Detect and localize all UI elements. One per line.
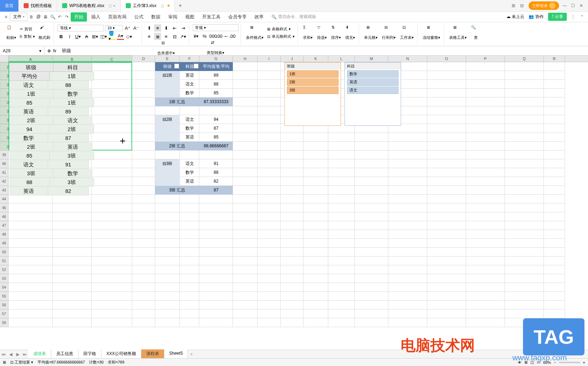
cell[interactable] — [180, 195, 199, 203]
cell[interactable] — [427, 89, 466, 98]
cell[interactable] — [132, 318, 155, 327]
cell[interactable] — [427, 239, 466, 248]
cell[interactable] — [388, 203, 427, 212]
cell[interactable] — [388, 150, 427, 159]
cell[interactable] — [427, 62, 466, 71]
cell[interactable] — [180, 203, 199, 212]
pivot-cell[interactable]: 88 — [199, 80, 233, 89]
cell[interactable] — [8, 248, 53, 256]
cell[interactable] — [304, 186, 328, 195]
col-header[interactable]: G — [199, 55, 233, 62]
cell[interactable] — [132, 106, 155, 115]
cell[interactable] — [544, 98, 565, 106]
cell[interactable] — [427, 292, 466, 301]
cell[interactable] — [466, 115, 505, 124]
cell[interactable] — [505, 133, 544, 142]
pivot-cell[interactable]: 85 — [199, 133, 233, 142]
cell[interactable] — [544, 80, 565, 89]
cell[interactable] — [466, 292, 505, 301]
col-header[interactable]: N — [388, 55, 427, 62]
cell[interactable] — [92, 203, 132, 212]
cell[interactable] — [233, 98, 258, 106]
cell[interactable] — [328, 256, 355, 265]
cell[interactable] — [180, 248, 199, 256]
cell[interactable] — [427, 168, 466, 177]
cell[interactable] — [328, 318, 355, 327]
clear-format-icon[interactable]: ◇▾ — [125, 33, 133, 40]
cell[interactable] — [199, 309, 233, 318]
sheet-nav-prev-icon[interactable]: ◀ — [7, 352, 14, 357]
cell[interactable] — [388, 186, 427, 195]
cell[interactable] — [233, 265, 258, 274]
strike-icon[interactable]: A — [83, 33, 90, 40]
pivot-cell[interactable]: 88.66666667 — [199, 142, 233, 150]
cell[interactable] — [233, 309, 258, 318]
cell[interactable] — [233, 256, 258, 265]
menu-efficiency[interactable]: 效率 — [251, 12, 267, 22]
cell[interactable] — [199, 292, 233, 301]
pivot-cell[interactable] — [155, 80, 180, 89]
cell[interactable] — [304, 159, 328, 168]
cell[interactable] — [180, 212, 199, 221]
cell[interactable] — [328, 283, 355, 292]
cell[interactable] — [304, 248, 328, 256]
cell[interactable] — [180, 256, 199, 265]
cell[interactable] — [505, 186, 544, 195]
align-bottom-icon[interactable]: ⬇ — [163, 24, 170, 31]
cell[interactable] — [427, 265, 466, 274]
row-header[interactable]: 55 — [0, 292, 8, 301]
cell[interactable] — [355, 256, 388, 265]
copy-button[interactable]: ⎘ 复制▾ — [19, 34, 36, 40]
col-header[interactable]: J — [281, 55, 304, 62]
pivot-cell[interactable]: 语文 — [180, 115, 199, 124]
cell[interactable] — [92, 309, 132, 318]
tab-template[interactable]: 找稻壳模板 — [19, 0, 57, 12]
cell[interactable] — [132, 186, 155, 195]
cell[interactable] — [505, 80, 544, 89]
cell[interactable] — [505, 221, 544, 230]
row-header[interactable]: 48 — [0, 230, 8, 239]
cell[interactable] — [132, 168, 155, 177]
cell[interactable] — [544, 239, 565, 248]
cell[interactable] — [281, 168, 304, 177]
cell[interactable] — [233, 115, 258, 124]
find-button[interactable]: 🔍查 — [470, 24, 482, 41]
cell[interactable] — [92, 195, 132, 203]
cell[interactable] — [304, 142, 328, 150]
cell[interactable] — [132, 62, 155, 71]
cell[interactable] — [180, 239, 199, 248]
cell[interactable] — [132, 230, 155, 239]
cell[interactable] — [505, 309, 544, 318]
cell[interactable] — [281, 150, 304, 159]
cell[interactable] — [92, 248, 132, 256]
cell[interactable] — [304, 168, 328, 177]
cell[interactable] — [233, 230, 258, 239]
cell[interactable] — [258, 195, 281, 203]
cell[interactable] — [258, 89, 281, 98]
cell[interactable] — [132, 159, 155, 168]
cell[interactable] — [199, 274, 233, 283]
tab-home[interactable]: 首页 — [0, 0, 19, 12]
cell[interactable] — [92, 159, 132, 168]
cell[interactable] — [355, 283, 388, 292]
cell[interactable] — [466, 239, 505, 248]
cell[interactable] — [427, 256, 466, 265]
cell[interactable] — [233, 318, 258, 327]
spreadsheet-grid[interactable]: ABCDEFGHIJKLMNOPQR 293031323334353637383… — [0, 55, 588, 363]
slicer-class[interactable]: 班级 1班2班3班 — [284, 62, 341, 126]
cell[interactable] — [8, 239, 53, 248]
cell[interactable] — [466, 248, 505, 256]
cell[interactable] — [328, 177, 355, 186]
cell[interactable] — [466, 230, 505, 239]
cell[interactable] — [92, 274, 132, 283]
cell[interactable] — [199, 106, 233, 115]
cell[interactable] — [8, 265, 53, 274]
cell[interactable] — [281, 221, 304, 230]
cell[interactable] — [466, 98, 505, 106]
cell[interactable] — [281, 142, 304, 150]
underline-icon[interactable]: U▾ — [75, 33, 82, 40]
cell[interactable] — [505, 89, 544, 98]
table-style-button[interactable]: ⊞ 表格样式▾ — [266, 26, 295, 32]
cell[interactable] — [544, 230, 565, 239]
row-header[interactable]: 50 — [0, 248, 8, 256]
